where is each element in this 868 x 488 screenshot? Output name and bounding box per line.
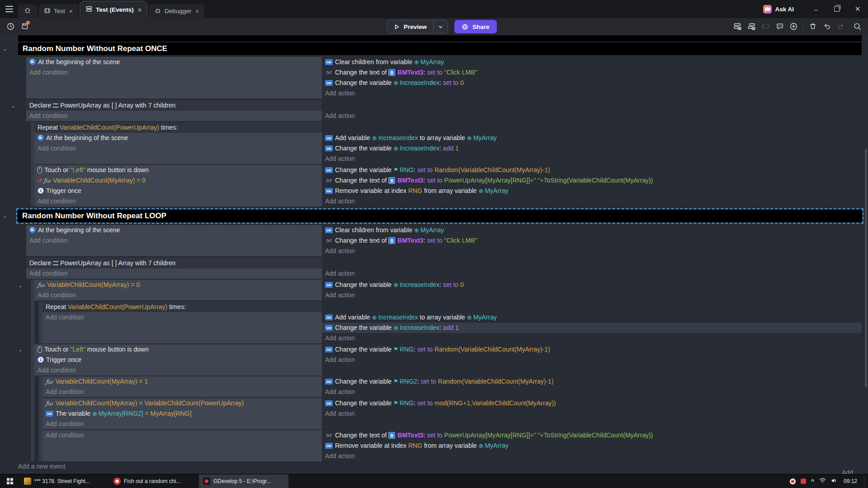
add-action-button[interactable]: Add action — [322, 246, 862, 256]
tab-home[interactable] — [18, 4, 37, 18]
add-condition-button[interactable]: Add condition — [34, 365, 322, 375]
collapse-chevron-icon[interactable]: ⌄ — [18, 283, 23, 288]
volume-icon[interactable] — [831, 478, 838, 485]
add-action-button[interactable]: Add action — [322, 111, 862, 121]
action-row[interactable]: Change the variable IncreaseIndex: set t… — [322, 280, 862, 290]
tab-debugger[interactable]: Debugger × — [149, 4, 204, 18]
add-action-button[interactable]: Add action — [322, 355, 862, 365]
minimize-button[interactable]: – — [806, 0, 826, 18]
add-condition-button[interactable]: Add condition — [26, 111, 322, 121]
search-events-button[interactable] — [850, 20, 864, 33]
condition-row[interactable]: VariableChildCount(MyArray) = 0 — [34, 280, 322, 290]
action-row[interactable]: Change the text of BMText3: set to Power… — [322, 175, 862, 186]
history-button[interactable] — [4, 20, 18, 33]
delete-button[interactable] — [806, 20, 820, 33]
tray-expand-icon[interactable]: ^ — [811, 478, 814, 484]
close-icon[interactable]: × — [138, 6, 142, 14]
condition-row[interactable]: VariableChildCount(MyArray) = 1 — [42, 376, 322, 387]
maximize-button[interactable] — [826, 0, 847, 18]
action-row[interactable]: Change the variable RNG: set to mod(RNG+… — [322, 398, 862, 408]
network-icon[interactable] — [819, 478, 826, 485]
undo-button[interactable] — [820, 20, 834, 33]
action-row[interactable]: Clear children from variable MyArray — [322, 225, 862, 235]
collapse-chevron-icon[interactable]: ⌄ — [3, 46, 7, 52]
add-action-button[interactable]: Add action — [322, 451, 862, 461]
add-condition-button[interactable]: Add condition — [42, 387, 322, 397]
close-window-button[interactable]: ✕ — [847, 0, 868, 18]
condition-row[interactable]: At the beginning of the scene — [26, 57, 322, 67]
tab-test-events[interactable]: Test (Events) × — [80, 1, 147, 18]
group-header-once[interactable]: Random Number Without Repeat ONCE — [18, 42, 862, 55]
add-condition-button[interactable]: Add condition — [42, 430, 322, 441]
add-condition-button[interactable]: Add condition — [34, 143, 322, 154]
add-comment-button[interactable] — [773, 20, 787, 33]
add-action-button[interactable]: Add action — [322, 333, 862, 343]
action-row[interactable]: Change the text of BMText3: set to Power… — [322, 430, 862, 441]
action-row[interactable]: Change the variable IncreaseIndex: add 1 — [322, 143, 862, 154]
action-row[interactable]: Change the text of BMText3: set to "Clic… — [322, 235, 862, 246]
repeat-header[interactable]: Repeat VariableChildCount(PowerUpArray) … — [34, 122, 322, 133]
add-condition-button[interactable]: Add condition — [34, 196, 322, 206]
declare-variable-header[interactable]: Declare PowerUpArray as [ ] Array with 7… — [26, 258, 322, 268]
add-action-button[interactable]: Add action — [322, 196, 862, 206]
taskbar-clock[interactable]: 09:12 — [843, 478, 858, 484]
add-action-button[interactable]: Add action — [322, 268, 862, 279]
action-row[interactable]: Clear children from variable MyArray — [322, 57, 862, 67]
condition-row[interactable]: VariableChildCount(MyArray) = VariableCh… — [42, 398, 322, 408]
action-row-hovered[interactable]: Change the variable IncreaseIndex: add 1 — [322, 323, 862, 333]
condition-row[interactable]: Trigger once — [34, 186, 322, 196]
red-tray-icon[interactable] — [801, 479, 806, 484]
add-condition-button[interactable]: Add condition — [26, 67, 322, 78]
add-action-button[interactable]: Add action — [322, 290, 862, 300]
collapse-chevron-icon[interactable]: ⌄ — [18, 347, 23, 352]
start-button[interactable] — [0, 474, 20, 488]
add-new-event-button[interactable]: Add a new event — [18, 463, 868, 470]
taskbar-app-gdevelop[interactable]: GDevelop 5 - E:\Progr... — [199, 474, 288, 488]
condition-row[interactable]: VariableChildCount(MyArray) = 0 — [34, 175, 322, 186]
add-event-button[interactable] — [731, 20, 745, 33]
close-icon[interactable]: × — [69, 8, 73, 15]
group-header-loop[interactable]: Random Number Without Repeat LOOP — [18, 210, 862, 222]
add-action-button[interactable]: Add action — [322, 154, 862, 164]
preview-options-button[interactable] — [433, 20, 448, 33]
action-row[interactable]: Change the variable RNG: set to Random(V… — [322, 165, 862, 175]
condition-row[interactable]: Touch or "Left" mouse button is down — [34, 344, 322, 355]
taskbar-app-fish[interactable]: Fish out a random chi... — [109, 474, 199, 488]
collapse-chevron-icon[interactable]: ⌄ — [11, 103, 15, 108]
add-condition-button[interactable]: Add condition — [42, 419, 322, 429]
add-action-button[interactable]: Add action — [322, 88, 862, 99]
preview-button[interactable]: Preview — [387, 23, 433, 30]
redo-button[interactable] — [834, 20, 848, 33]
repeat-header[interactable]: Repeat VariableChildCount(PowerUpArray) … — [42, 301, 322, 312]
declare-variable-header[interactable]: Declare PowerUpArray as [ ] Array with 7… — [26, 100, 322, 111]
condition-row[interactable]: At the beginning of the scene — [26, 225, 322, 235]
condition-row[interactable]: Trigger once — [34, 355, 322, 365]
vertical-scrollbar[interactable] — [865, 149, 867, 387]
add-more-events-button[interactable] — [787, 20, 801, 33]
save-button[interactable] — [18, 20, 32, 33]
main-menu-button[interactable] — [0, 0, 18, 18]
ask-ai-button[interactable]: Ask AI — [763, 5, 794, 14]
tab-test-scene[interactable]: Test × — [38, 4, 78, 18]
add-subevent-button[interactable] — [745, 20, 759, 33]
collapse-chevron-icon[interactable]: ⌄ — [3, 213, 7, 219]
add-action-button[interactable]: Add action — [322, 387, 862, 397]
add-condition-button[interactable]: Add condition — [34, 290, 322, 300]
condition-row[interactable]: At the beginning of the scene — [34, 133, 322, 143]
show-desktop-button[interactable] — [864, 476, 864, 486]
recording-tray-icon[interactable] — [790, 479, 796, 484]
taskbar-app-street-fighter[interactable]: *** 3178. Street Fight... — [20, 474, 109, 488]
action-row[interactable]: Change the variable RNG: set to Random(V… — [322, 344, 862, 355]
share-button[interactable]: Share — [454, 20, 497, 33]
condition-row[interactable]: Touch or "Left" mouse button is down — [34, 165, 322, 175]
add-action-button[interactable]: Add action — [322, 408, 862, 419]
action-row[interactable]: Change the variable RNG2: set to Random(… — [322, 376, 862, 387]
toggle-disabled-button[interactable] — [759, 20, 773, 33]
truncated-group-header[interactable] — [18, 35, 862, 42]
close-icon[interactable]: × — [195, 8, 199, 15]
condition-row[interactable]: The variable MyArray[RNG2] = MyArray[RNG… — [42, 408, 322, 419]
add-condition-button[interactable]: Add condition — [26, 268, 322, 279]
action-row[interactable]: Change the text of BMText3: set to "Clic… — [322, 67, 862, 78]
action-row[interactable]: Add variable IncreaseIndex to array vari… — [322, 133, 862, 143]
action-row[interactable]: Remove variable at index RNG from array … — [322, 186, 862, 196]
